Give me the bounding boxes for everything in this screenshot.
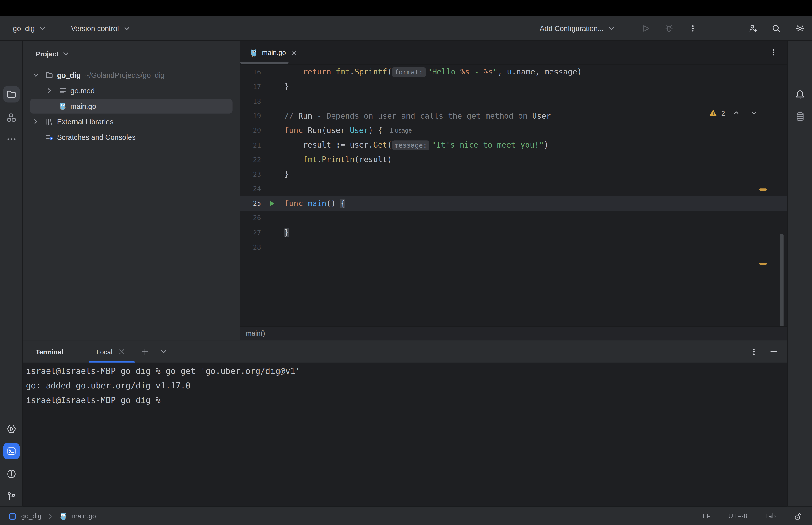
tree-item-go-dig[interactable]: go_dig~/GolandProjects/go_dig: [23, 68, 240, 83]
code-line-17[interactable]: 17}: [240, 79, 787, 94]
code-line-20[interactable]: 20func Run(user User) {1 usage: [240, 123, 787, 138]
terminal-tab-label: Local: [96, 348, 112, 356]
code-line-18[interactable]: 18: [240, 94, 787, 108]
code-line-22[interactable]: 22 fmt.Println(result): [240, 152, 787, 167]
tab-main-go[interactable]: main.go: [244, 41, 304, 64]
terminal-panel-title[interactable]: Terminal: [36, 348, 63, 356]
chevron-right-icon[interactable]: [31, 118, 40, 126]
run-main-gutter-icon[interactable]: [268, 199, 276, 208]
project-toolwindow-button[interactable]: [3, 86, 20, 103]
inlay-hint: message:: [392, 140, 429, 150]
chevron-right-icon: [46, 512, 54, 520]
chevron-right-icon[interactable]: [45, 87, 53, 95]
gomod-icon: [59, 87, 67, 95]
chevron-down-icon[interactable]: [31, 71, 40, 79]
code-line-19[interactable]: 19// Run - Depends on user and calls the…: [240, 108, 787, 123]
notifications-toolwindow-button[interactable]: [792, 87, 809, 103]
prev-problem-chevron-up-icon[interactable]: [732, 109, 740, 117]
lock-open-icon[interactable]: [794, 512, 802, 520]
chevron-down-icon: [38, 24, 47, 32]
new-terminal-tab-plus-icon[interactable]: [141, 348, 149, 356]
git-toolwindow-button[interactable]: [3, 488, 20, 505]
tree-item-main-go[interactable]: main.go: [23, 99, 240, 114]
run-button[interactable]: [641, 24, 650, 33]
ellipsis-icon: [6, 134, 16, 145]
tree-item-external-libraries[interactable]: External Libraries: [23, 114, 240, 130]
terminal-toolwindow-button[interactable]: [3, 443, 20, 460]
run-toolwindow-button[interactable]: [3, 421, 20, 437]
warning-count: 2: [721, 109, 725, 117]
bell-icon: [795, 90, 805, 100]
error-stripe-warning-mark[interactable]: [759, 262, 767, 265]
code-with-me-user-plus-icon[interactable]: [748, 24, 758, 33]
chevron-down-icon: [123, 24, 131, 32]
code-line-24[interactable]: 24: [240, 182, 787, 196]
hide-panel-minus-icon[interactable]: [769, 348, 778, 356]
vcs-menu-label: Version control: [71, 24, 119, 32]
line-separator-widget[interactable]: LF: [703, 512, 710, 520]
gopher-icon: [59, 102, 67, 110]
project-panel-header[interactable]: Project: [36, 46, 70, 62]
terminal-output[interactable]: israel@Israels-MBP go_dig % go get 'go.u…: [26, 363, 300, 407]
project-square-icon: [8, 512, 16, 520]
scratches-icon: [45, 133, 53, 141]
code-line-16[interactable]: 16 return fmt.Sprintf(format:"Hello %s -…: [240, 65, 787, 79]
project-menu[interactable]: go_dig: [13, 15, 47, 41]
statusbar-file[interactable]: main.go: [72, 512, 96, 520]
database-toolwindow-button[interactable]: [792, 108, 809, 125]
tree-item-go-mod[interactable]: go.mod: [23, 83, 240, 99]
settings-gear-icon[interactable]: [795, 24, 805, 33]
terminal-panel: Terminal Local israel@Israels-MBP go_dig…: [23, 340, 787, 507]
library-icon: [45, 118, 53, 126]
error-stripe-warning-mark[interactable]: [759, 189, 767, 191]
gopher-file-icon: [59, 512, 67, 520]
debug-button[interactable]: [664, 24, 674, 33]
structure-icon: [6, 112, 16, 123]
terminal-options-kebab-icon[interactable]: [750, 348, 758, 356]
code-line-26[interactable]: 26: [240, 211, 787, 225]
vcs-menu[interactable]: Version control: [71, 15, 131, 41]
code-editor[interactable]: 16 return fmt.Sprintf(format:"Hello %s -…: [240, 65, 787, 327]
editor-area: main.go 16 return fmt.Sprintf(format:"He…: [240, 41, 787, 340]
editor-options-kebab-icon[interactable]: [769, 48, 778, 56]
terminal-header: Terminal Local: [23, 340, 787, 363]
terminal-tabs-chevron-down-icon[interactable]: [159, 348, 168, 356]
code-line-27[interactable]: 27}: [240, 225, 787, 240]
active-tab-underline: [89, 361, 135, 363]
project-tree: go_dig~/GolandProjects/go_diggo.modmain.…: [23, 68, 240, 145]
encoding-widget[interactable]: UTF-8: [728, 512, 747, 520]
terminal-tab-local[interactable]: Local: [89, 340, 133, 363]
terminal-icon: [6, 446, 16, 456]
structure-toolwindow-button[interactable]: [3, 109, 20, 126]
problems-toolwindow-button[interactable]: [3, 466, 20, 482]
close-icon[interactable]: [118, 348, 126, 356]
code-line-21[interactable]: 21 result := user.Get(message:"It's nice…: [240, 138, 787, 152]
code-line-23[interactable]: 23}: [240, 167, 787, 181]
inlay-hint: format:: [392, 67, 426, 77]
warning-triangle-icon: [709, 109, 717, 117]
more-toolwindows-button[interactable]: [3, 131, 20, 148]
close-icon[interactable]: [290, 48, 298, 57]
indent-widget[interactable]: Tab: [765, 512, 776, 520]
breadcrumb-main[interactable]: main(): [246, 329, 265, 337]
folder-icon: [6, 89, 16, 100]
code-line-25[interactable]: 25func main() {: [240, 196, 787, 211]
status-bar: go_dig main.go LF UTF-8 Tab: [0, 507, 812, 525]
tab-label: main.go: [262, 49, 286, 56]
run-configuration-selector[interactable]: Add Configuration...: [540, 15, 616, 41]
inspection-widget[interactable]: 2: [709, 107, 758, 118]
code-line-28[interactable]: 28: [240, 240, 787, 255]
next-problem-chevron-down-icon[interactable]: [750, 109, 758, 117]
search-everywhere-icon[interactable]: [771, 24, 781, 33]
run-hexagon-icon: [6, 424, 16, 434]
more-actions-kebab-icon[interactable]: [689, 24, 697, 32]
statusbar-project[interactable]: go_dig: [21, 512, 41, 520]
project-menu-label: go_dig: [13, 24, 35, 32]
chevron-down-icon: [62, 50, 70, 58]
problems-exclamation-icon: [6, 469, 16, 479]
tree-item-scratches-and-consoles[interactable]: Scratches and Consoles: [23, 130, 240, 145]
editor-tab-bar: main.go: [240, 41, 787, 65]
gopher-file-icon: [249, 48, 258, 57]
tabbar-scroll-thumb[interactable]: [240, 62, 289, 64]
main-toolbar: go_dig Version control Add Configuration…: [0, 15, 812, 41]
